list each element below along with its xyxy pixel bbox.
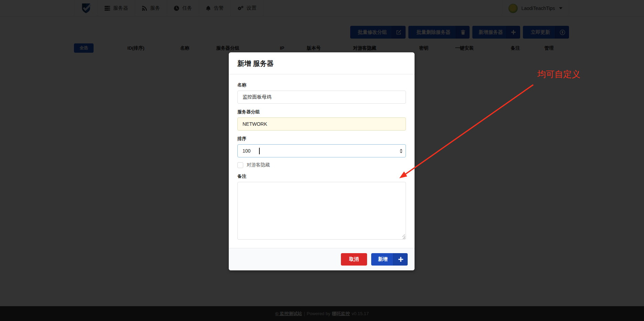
group-field[interactable] [237,117,406,131]
sort-field[interactable] [237,144,406,157]
confirm-add-button[interactable]: 新增 [371,253,408,266]
stepper-down-icon[interactable] [400,152,402,153]
plus-icon [393,253,408,266]
group-field-label: 服务器分组 [237,109,406,115]
sort-field-label: 排序 [237,136,406,142]
note-field-label: 备注 [237,173,406,179]
number-stepper[interactable] [400,144,402,157]
button-label: 新增 [371,253,393,266]
hide-from-guest-label[interactable]: 对游客隐藏 [247,162,270,168]
hide-from-guest-checkbox[interactable] [237,162,243,168]
stepper-up-icon[interactable] [400,149,402,151]
text-cursor [259,148,260,154]
cancel-button[interactable]: 取消 [341,253,367,266]
name-field[interactable] [237,91,406,104]
modal-title: 新增 服务器 [229,52,415,74]
note-field[interactable] [237,182,406,240]
name-field-label: 名称 [237,82,406,88]
add-server-modal: 新增 服务器 名称 服务器分组 排序 对游客隐藏 备注 [229,52,415,270]
